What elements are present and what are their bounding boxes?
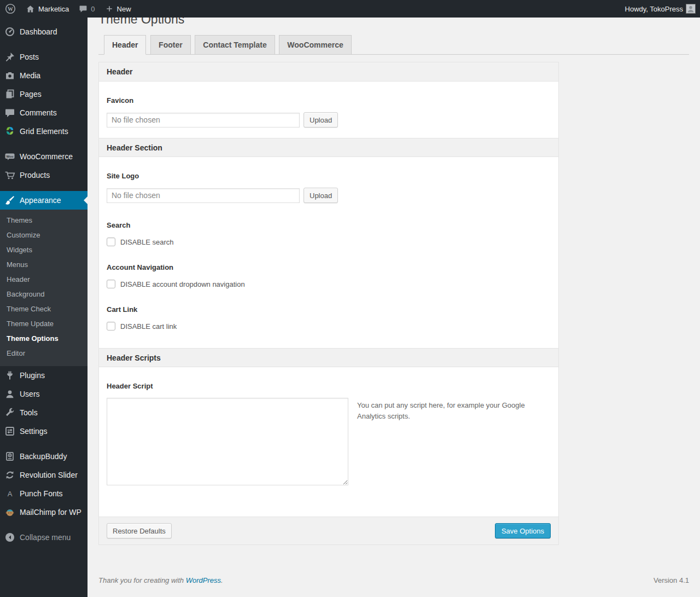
sidebar-item-revolution-slider[interactable]: Revolution Slider [0, 466, 88, 484]
site-link[interactable]: Marketica [21, 0, 74, 18]
plug-icon [4, 370, 15, 381]
comments-shortcut[interactable]: 0 [74, 0, 100, 18]
sidebar-item-label: Dashboard [20, 27, 57, 36]
tab-woocommerce[interactable]: WooCommerce [279, 35, 351, 55]
disable-cart-checkbox[interactable] [107, 322, 115, 331]
section-header-header-scripts: Header Scripts [99, 348, 558, 367]
thanks-suffix: . [221, 576, 223, 584]
theme-options-panel: Header Favicon Upload Header Section Sit… [98, 62, 559, 545]
svg-text:Woo: Woo [7, 155, 14, 158]
sidebar-item-collapse-menu[interactable]: Collapse menu [0, 528, 88, 547]
favicon-file-input[interactable] [107, 113, 300, 127]
submenu-item-themes[interactable]: Themes [0, 213, 88, 228]
submenu-item-customize[interactable]: Customize [0, 228, 88, 242]
disable-search-checkbox[interactable] [107, 237, 115, 246]
submenu-item-widgets[interactable]: Widgets [0, 242, 88, 257]
sidebar-item-plugins[interactable]: Plugins [0, 366, 88, 385]
menu-separator [0, 141, 88, 147]
section-body-header-scripts: Header Script You can put any script her… [99, 367, 558, 517]
plus-icon [105, 4, 114, 13]
collapse-arrow-icon [4, 532, 15, 543]
letter-a-icon: A [4, 488, 15, 499]
favicon-label: Favicon [107, 82, 551, 105]
sidebar-item-pages[interactable]: Pages [0, 85, 88, 103]
sidebar-item-label: BackupBuddy [20, 452, 67, 461]
tab-header[interactable]: Header [104, 35, 146, 55]
sidebar-item-appearance[interactable]: Appearance [0, 191, 88, 210]
appearance-submenu-wrap: Themes Customize Widgets Menus Header Ba… [0, 210, 88, 366]
restore-defaults-button[interactable]: Restore Defaults [107, 523, 172, 538]
section-header-header: Header [99, 62, 558, 82]
backup-drive-icon [4, 451, 15, 462]
sidebar-item-dashboard[interactable]: Dashboard [0, 22, 88, 41]
header-script-label: Header Script [107, 367, 551, 390]
sidebar-item-label: Products [20, 171, 50, 179]
site-name: Marketica [38, 5, 69, 13]
admin-menu: Dashboard Posts Media Pages Comments G [0, 18, 88, 547]
submenu-item-menus[interactable]: Menus [0, 257, 88, 272]
sidebar-item-grid-elements[interactable]: Grid Elements [0, 122, 88, 141]
submenu-item-theme-update[interactable]: Theme Update [0, 316, 88, 331]
submenu-item-editor[interactable]: Editor [0, 346, 88, 361]
grid-elements-icon [4, 126, 15, 137]
favicon-upload-button[interactable]: Upload [304, 112, 338, 127]
sidebar-item-comments[interactable]: Comments [0, 103, 88, 122]
sidebar-item-label: Collapse menu [20, 533, 71, 542]
submenu-item-theme-options[interactable]: Theme Options [0, 331, 88, 346]
disable-account-row: DISABLE account dropdown navigation [107, 280, 551, 291]
new-content-menu[interactable]: New [100, 0, 136, 18]
wordpress-admin-screen: W Marketica 0 New [0, 0, 700, 597]
header-script-row: You can put any script here, for example… [107, 398, 551, 517]
my-account-menu[interactable]: Howdy, TokoPress [620, 0, 700, 18]
sidebar-item-woocommerce[interactable]: Woo WooCommerce [0, 147, 88, 166]
tab-contact-template[interactable]: Contact Template [195, 35, 275, 55]
submenu-item-theme-check[interactable]: Theme Check [0, 302, 88, 316]
appearance-submenu: Themes Customize Widgets Menus Header Ba… [0, 210, 88, 366]
howdy-text: Howdy, TokoPress [625, 5, 683, 13]
sliders-icon [4, 426, 15, 437]
sidebar-item-products[interactable]: Products [0, 166, 88, 184]
sidebar-item-label: Comments [20, 108, 57, 117]
sidebar-item-media[interactable]: Media [0, 66, 88, 85]
disable-search-row: DISABLE search [107, 237, 551, 248]
disable-search-label: DISABLE search [120, 238, 174, 246]
comment-bubble-icon [4, 107, 15, 118]
sidebar-item-posts[interactable]: Posts [0, 48, 88, 66]
save-options-button[interactable]: Save Options [495, 523, 551, 538]
page-footer: Thank you for creating with WordPress. V… [98, 576, 689, 584]
brush-icon [4, 195, 15, 206]
sidebar-item-label: WooCommerce [20, 152, 73, 161]
main-content: Theme Options Header Footer Contact Temp… [88, 0, 700, 584]
sidebar-item-backupbuddy[interactable]: BackupBuddy [0, 447, 88, 466]
sidebar-item-users[interactable]: Users [0, 385, 88, 403]
site-logo-upload-button[interactable]: Upload [304, 188, 338, 203]
thanks-prefix: Thank you for creating with [98, 576, 186, 584]
cart-icon [4, 170, 15, 181]
disable-account-checkbox[interactable] [107, 280, 115, 288]
sidebar-item-label: Punch Fonts [20, 489, 63, 498]
avatar [686, 4, 695, 13]
sidebar-item-tools[interactable]: Tools [0, 403, 88, 422]
refresh-arrows-icon [4, 470, 15, 480]
header-script-textarea[interactable] [107, 398, 348, 485]
wordpress-link[interactable]: WordPress [186, 576, 221, 584]
svg-text:A: A [8, 490, 13, 498]
site-logo-file-input[interactable] [107, 188, 300, 203]
submenu-item-header[interactable]: Header [0, 272, 88, 287]
cart-link-label: Cart Link [107, 291, 551, 314]
section-body-header-section: Site Logo Upload Search DISABLE search A… [99, 157, 558, 348]
wordpress-logo-menu[interactable]: W [0, 0, 21, 18]
sidebar-item-label: Tools [20, 408, 38, 417]
sidebar-item-label: Appearance [20, 196, 61, 205]
sidebar-item-label: Pages [20, 90, 42, 98]
sidebar-item-settings[interactable]: Settings [0, 422, 88, 440]
header-script-hint: You can put any script here, for example… [357, 398, 527, 422]
sidebar-item-mailchimp[interactable]: MailChimp for WP [0, 503, 88, 521]
disable-cart-label: DISABLE cart link [120, 322, 177, 331]
panel-footer: Restore Defaults Save Options [99, 517, 558, 544]
admin-bar-left: W Marketica 0 New [0, 0, 136, 18]
submenu-item-background[interactable]: Background [0, 287, 88, 302]
sidebar-item-punch-fonts[interactable]: A Punch Fonts [0, 484, 88, 503]
tab-footer[interactable]: Footer [150, 35, 191, 55]
account-navigation-label: Account Navigation [107, 248, 551, 271]
